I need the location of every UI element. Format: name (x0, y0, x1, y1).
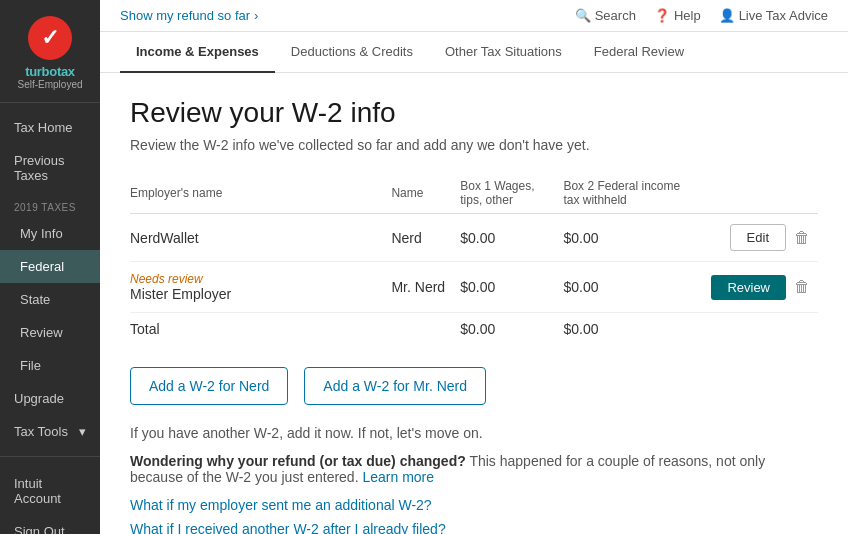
total-box1: $0.00 (460, 313, 563, 348)
content-area: Review your W-2 info Review the W-2 info… (100, 73, 848, 534)
box1-nerdwallet: $0.00 (460, 214, 563, 262)
sidebar-item-tax-home[interactable]: Tax Home (0, 111, 100, 144)
faq-link-2[interactable]: What if I received another W-2 after I a… (130, 521, 818, 534)
col-header-box2: Box 2 Federal income tax withheld (563, 173, 701, 214)
employer-name-nerdwallet: NerdWallet (130, 214, 391, 262)
info-bold-text: Wondering why your refund (or tax due) c… (130, 453, 466, 469)
total-name (391, 313, 460, 348)
search-label: Search (595, 8, 636, 23)
total-label: Total (130, 313, 391, 348)
box1-mister: $0.00 (460, 262, 563, 313)
advisor-icon: 👤 (719, 8, 735, 23)
sidebar-navigation: Tax Home Previous Taxes 2019 TAXES My In… (0, 103, 100, 456)
refund-link-text: Show my refund so far (120, 8, 250, 23)
add-w2-buttons: Add a W-2 for Nerd Add a W-2 for Mr. Ner… (130, 367, 818, 405)
tab-federal-review[interactable]: Federal Review (578, 32, 700, 73)
tab-income-expenses[interactable]: Income & Expenses (120, 32, 275, 73)
box2-nerdwallet: $0.00 (563, 214, 701, 262)
col-header-action (701, 173, 818, 214)
sidebar: ✓ turbotax Self-Employed Tax Home Previo… (0, 0, 100, 534)
sidebar-item-my-info[interactable]: My Info (0, 217, 100, 250)
review-button-mister[interactable]: Review (711, 275, 786, 300)
box2-mister: $0.00 (563, 262, 701, 313)
table-row-total: Total $0.00 $0.00 (130, 313, 818, 348)
refund-arrow-icon: › (254, 8, 258, 23)
info-line2: Wondering why your refund (or tax due) c… (130, 453, 818, 485)
learn-more-link[interactable]: Learn more (362, 469, 434, 485)
sidebar-logo: ✓ turbotax Self-Employed (0, 0, 100, 103)
page-title: Review your W-2 info (130, 97, 818, 129)
help-icon: ❓ (654, 8, 670, 23)
page-subtitle: Review the W-2 info we've collected so f… (130, 137, 818, 153)
chevron-down-icon: ▾ (79, 424, 86, 439)
info-line1: If you have another W-2, add it now. If … (130, 425, 818, 441)
tab-other-tax-situations[interactable]: Other Tax Situations (429, 32, 578, 73)
sidebar-section-2019: 2019 TAXES (0, 192, 100, 217)
col-header-name: Name (391, 173, 460, 214)
needs-review-badge: Needs review (130, 272, 383, 286)
turbotax-edition: Self-Employed (17, 79, 82, 90)
tab-navigation: Income & Expenses Deductions & Credits O… (100, 32, 848, 73)
topbar: Show my refund so far › 🔍 Search ❓ Help … (100, 0, 848, 32)
add-w2-mr-nerd-button[interactable]: Add a W-2 for Mr. Nerd (304, 367, 486, 405)
total-box2: $0.00 (563, 313, 701, 348)
employer-name-mister: Needs review Mister Employer (130, 262, 391, 313)
help-button[interactable]: ❓ Help (654, 8, 701, 23)
total-action (701, 313, 818, 348)
sidebar-item-previous-taxes[interactable]: Previous Taxes (0, 144, 100, 192)
faq-link-1[interactable]: What if my employer sent me an additiona… (130, 497, 818, 513)
live-advice-label: Live Tax Advice (739, 8, 828, 23)
sidebar-item-upgrade[interactable]: Upgrade (0, 382, 100, 415)
turbotax-brand-name: turbotax (25, 64, 75, 79)
action-cell-nerdwallet: Edit 🗑 (701, 214, 818, 262)
turbotax-logo-icon: ✓ (28, 16, 72, 60)
delete-icon-mister[interactable]: 🗑 (794, 278, 810, 296)
tab-deductions-credits[interactable]: Deductions & Credits (275, 32, 429, 73)
sidebar-bottom: Intuit Account Sign Out (0, 456, 100, 534)
sidebar-item-sign-out[interactable]: Sign Out (0, 515, 100, 534)
add-w2-nerd-button[interactable]: Add a W-2 for Nerd (130, 367, 288, 405)
action-cell-mister: Review 🗑 (701, 262, 818, 313)
search-button[interactable]: 🔍 Search (575, 8, 636, 23)
sidebar-item-state[interactable]: State (0, 283, 100, 316)
table-row: NerdWallet Nerd $0.00 $0.00 Edit 🗑 (130, 214, 818, 262)
topbar-actions: 🔍 Search ❓ Help 👤 Live Tax Advice (575, 8, 828, 23)
help-label: Help (674, 8, 701, 23)
sidebar-item-tax-tools[interactable]: Tax Tools ▾ (0, 415, 100, 448)
sidebar-item-file[interactable]: File (0, 349, 100, 382)
delete-icon-nerdwallet[interactable]: 🗑 (794, 229, 810, 247)
col-header-box1: Box 1 Wages, tips, other (460, 173, 563, 214)
sidebar-item-review[interactable]: Review (0, 316, 100, 349)
edit-button-nerdwallet[interactable]: Edit (730, 224, 786, 251)
w2-table: Employer's name Name Box 1 Wages, tips, … (130, 173, 818, 347)
main-content: Show my refund so far › 🔍 Search ❓ Help … (100, 0, 848, 534)
sidebar-item-federal[interactable]: Federal (0, 250, 100, 283)
search-icon: 🔍 (575, 8, 591, 23)
col-header-employer: Employer's name (130, 173, 391, 214)
employee-name-mr-nerd: Mr. Nerd (391, 262, 460, 313)
sidebar-item-intuit-account[interactable]: Intuit Account (0, 467, 100, 515)
table-row: Needs review Mister Employer Mr. Nerd $0… (130, 262, 818, 313)
employee-name-nerd: Nerd (391, 214, 460, 262)
refund-link[interactable]: Show my refund so far › (120, 8, 258, 23)
live-tax-advice-button[interactable]: 👤 Live Tax Advice (719, 8, 828, 23)
